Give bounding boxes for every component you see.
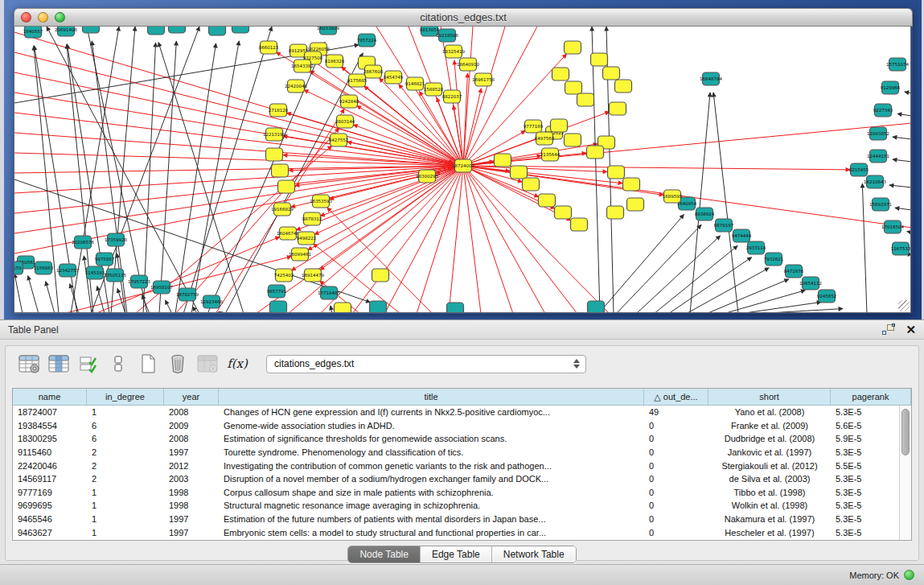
network-node[interactable]: [627, 198, 644, 211]
cell-out-de-[interactable]: 0: [644, 488, 708, 497]
network-node[interactable]: [577, 93, 594, 106]
network-node[interactable]: 16210643: [864, 175, 886, 188]
cell-out-de-[interactable]: 0: [644, 434, 708, 443]
network-node[interactable]: 9975887: [95, 253, 115, 266]
cell-name[interactable]: 9115460: [13, 447, 87, 457]
cell-in-degree[interactable]: 1: [87, 488, 164, 497]
network-node[interactable]: 8471676: [784, 265, 804, 278]
network-node[interactable]: 12093852: [867, 127, 889, 140]
network-node[interactable]: 16958107: [150, 281, 173, 294]
cell-year[interactable]: 1998: [164, 501, 219, 510]
network-node[interactable]: 15692971: [869, 198, 892, 211]
resize-grip[interactable]: [898, 300, 910, 311]
cell-in-degree[interactable]: 6: [87, 421, 164, 431]
network-node[interactable]: 1588520: [424, 83, 444, 96]
table-row[interactable]: 1456911722003Disruption of a novel membe…: [13, 472, 911, 486]
cell-year[interactable]: 1997: [164, 514, 219, 524]
tab-network-table[interactable]: Network Table: [492, 546, 576, 562]
network-node[interactable]: 12213199: [263, 128, 285, 141]
network-node[interactable]: 16353593: [310, 195, 332, 208]
table-column-button[interactable]: [47, 352, 71, 376]
network-node[interactable]: [272, 164, 289, 177]
cell-in-degree[interactable]: 1: [87, 528, 164, 538]
network-node[interactable]: 6497568: [535, 132, 555, 145]
network-node[interactable]: 16648784: [700, 72, 722, 85]
column-header-title[interactable]: title: [219, 389, 644, 405]
delete-table-button[interactable]: [166, 352, 190, 376]
column-header-in-degree[interactable]: in_degree: [87, 389, 164, 405]
tab-edge-table[interactable]: Edge Table: [421, 546, 492, 562]
network-node[interactable]: 16099461: [289, 248, 311, 261]
network-node[interactable]: 1689595: [663, 190, 683, 203]
network-node[interactable]: 16782759: [176, 288, 199, 301]
network-node[interactable]: 19166829: [271, 203, 294, 216]
column-header-name[interactable]: name: [13, 389, 87, 405]
network-node[interactable]: 18640910: [457, 58, 479, 71]
network-node[interactable]: 16961758: [472, 73, 495, 86]
network-node[interactable]: 2803144: [335, 115, 355, 128]
network-node[interactable]: 10654112: [799, 277, 822, 290]
network-node[interactable]: 8822037: [442, 90, 462, 103]
network-node[interactable]: [615, 80, 632, 93]
cell-year[interactable]: 2012: [164, 461, 219, 471]
network-node[interactable]: [565, 134, 581, 146]
network-node[interactable]: 9245652: [817, 290, 837, 303]
cell-out-de-[interactable]: 0: [644, 514, 708, 524]
network-node[interactable]: 8938924: [695, 208, 715, 220]
network-node[interactable]: [551, 119, 568, 132]
network-node[interactable]: [495, 154, 511, 167]
network-node[interactable]: 2135644: [540, 148, 561, 161]
network-node[interactable]: [610, 102, 626, 115]
cell-title[interactable]: Estimation of significance thresholds fo…: [219, 434, 644, 443]
network-node[interactable]: [270, 301, 287, 313]
network-node[interactable]: 1167533: [891, 242, 911, 255]
network-node[interactable]: [523, 178, 540, 191]
cell-name[interactable]: 9463627: [13, 528, 87, 538]
network-node[interactable]: 15751074: [886, 58, 909, 71]
cell-out-de-[interactable]: 0: [644, 501, 708, 510]
cell-out-de-[interactable]: 49: [644, 407, 708, 417]
network-node[interactable]: 8427552: [329, 134, 349, 146]
cell-short[interactable]: Tibbo et al. (1998): [708, 488, 831, 497]
network-node[interactable]: 17359928: [105, 233, 127, 246]
network-node[interactable]: 8454749: [384, 71, 404, 84]
cell-name[interactable]: 19384554: [13, 421, 87, 431]
network-node[interactable]: [278, 180, 295, 193]
network-node[interactable]: 9474444: [732, 229, 752, 242]
network-node[interactable]: 9175685: [347, 74, 368, 87]
network-node[interactable]: [169, 27, 186, 33]
table-row[interactable]: 911546021997Tourette syndrome. Phenomeno…: [13, 446, 911, 459]
network-node[interactable]: [83, 27, 100, 33]
network-canvas[interactable]: 1640557206914061603380978572248813054192…: [14, 27, 911, 313]
cell-title[interactable]: Embryonic stem cells: a model to study s…: [219, 528, 644, 538]
network-node[interactable]: 16543382: [291, 60, 314, 72]
cell-name[interactable]: 9699695: [13, 501, 87, 510]
network-node[interactable]: 9146821: [405, 77, 425, 90]
column-header-out-de-[interactable]: △ out_de...: [644, 389, 708, 405]
cell-name[interactable]: 9777169: [13, 488, 87, 497]
cell-short[interactable]: de Silva et al. (2003): [708, 474, 831, 484]
network-node[interactable]: 17957223: [128, 275, 150, 288]
cell-short[interactable]: Nakamura et al. (1997): [708, 514, 831, 524]
cell-title[interactable]: Investigating the contribution of common…: [219, 461, 644, 471]
column-header-year[interactable]: year: [164, 389, 219, 405]
tab-node-table[interactable]: Node Table: [348, 546, 421, 562]
network-node[interactable]: 9227343: [873, 104, 893, 117]
cell-title[interactable]: Structural magnetic resonance image aver…: [219, 501, 644, 510]
network-node[interactable]: 6879197: [714, 219, 734, 232]
table-row[interactable]: 1830029562008Estimation of significance …: [13, 432, 911, 446]
cell-in-degree[interactable]: 1: [87, 407, 164, 417]
network-node[interactable]: [603, 67, 620, 80]
cell-out-de-[interactable]: 0: [644, 447, 708, 457]
table-row[interactable]: 977716911998Corpus callosum shape and si…: [13, 486, 911, 500]
network-node[interactable]: [555, 206, 572, 219]
cell-out-de-[interactable]: 0: [644, 461, 708, 471]
cell-short[interactable]: Hescheler et al. (1997): [708, 528, 831, 538]
network-node[interactable]: [587, 146, 604, 159]
cell-title[interactable]: Estimation of the future numbers of pati…: [219, 514, 644, 524]
cell-in-degree[interactable]: 6: [87, 434, 164, 443]
cell-in-degree[interactable]: 2: [87, 474, 164, 484]
cell-out-de-[interactable]: 0: [644, 421, 708, 431]
network-node[interactable]: 1640557: [23, 27, 43, 38]
cell-year[interactable]: 2008: [164, 434, 219, 443]
